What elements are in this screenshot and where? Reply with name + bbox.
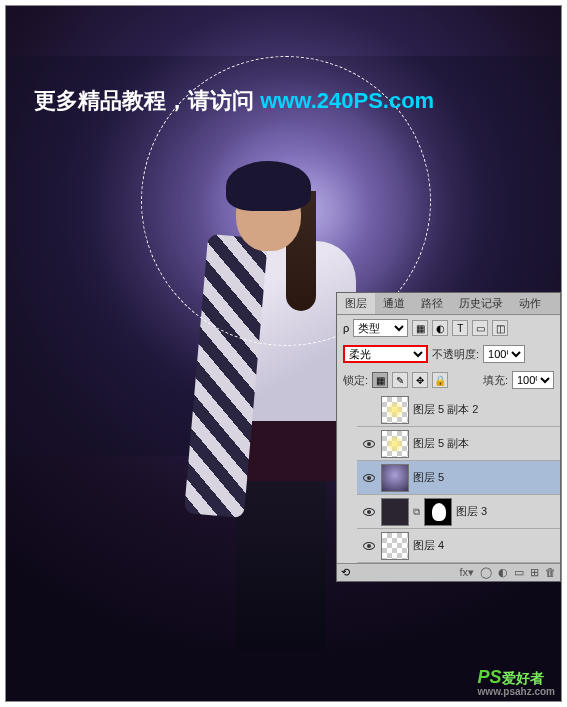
filter-row: ρ 类型 ▦ ◐ T ▭ ◫ xyxy=(337,315,560,341)
visibility-toggle[interactable] xyxy=(361,470,377,486)
watermark-site: www.psahz.com xyxy=(478,686,555,697)
watermark: PS爱好者 www.psahz.com xyxy=(478,667,555,697)
opacity-select[interactable]: 100% xyxy=(483,345,525,363)
tab-channels[interactable]: 通道 xyxy=(375,293,413,314)
tab-layers[interactable]: 图层 xyxy=(337,293,375,314)
layer-row[interactable]: 图层 5 副本 2 xyxy=(357,393,560,427)
filter-shape-icon[interactable]: ▭ xyxy=(472,320,488,336)
banner-url: www.240PS.com xyxy=(260,88,434,113)
layer-name[interactable]: 图层 5 副本 2 xyxy=(413,402,556,417)
mask-thumb xyxy=(424,498,452,526)
lock-row: 锁定: ▦ ✎ ✥ 🔒 填充: 100% xyxy=(337,367,560,393)
filter-adjust-icon[interactable]: ◐ xyxy=(432,320,448,336)
watermark-suffix: 爱好者 xyxy=(502,670,544,686)
layer-list: 图层 5 副本 2 图层 5 副本 图层 5 ⧉ 图层 3 图层 4 xyxy=(337,393,560,563)
layer-name[interactable]: 图层 3 xyxy=(456,504,556,519)
blend-mode-select[interactable]: 柔光 xyxy=(343,345,428,363)
layer-thumb xyxy=(381,464,409,492)
eye-icon xyxy=(363,440,375,448)
lock-label: 锁定: xyxy=(343,373,368,388)
layer-row[interactable]: ⧉ 图层 3 xyxy=(357,495,560,529)
adjustment-icon[interactable]: ◐ xyxy=(498,566,508,579)
filter-select[interactable]: 类型 xyxy=(353,319,408,337)
lock-position-icon[interactable]: ✥ xyxy=(412,372,428,388)
eye-icon xyxy=(363,474,375,482)
link-icon: ⧉ xyxy=(413,506,420,518)
filter-smart-icon[interactable]: ◫ xyxy=(492,320,508,336)
tab-history[interactable]: 历史记录 xyxy=(451,293,511,314)
fill-label: 填充: xyxy=(483,373,508,388)
fx-icon[interactable]: fx▾ xyxy=(459,566,474,579)
lock-all-icon[interactable]: 🔒 xyxy=(432,372,448,388)
layer-row[interactable]: 图层 5 xyxy=(357,461,560,495)
layers-panel: 图层 通道 路径 历史记录 动作 ρ 类型 ▦ ◐ T ▭ ◫ 柔光 不透明度:… xyxy=(336,292,561,582)
lock-transparency-icon[interactable]: ▦ xyxy=(372,372,388,388)
layer-name[interactable]: 图层 4 xyxy=(413,538,556,553)
eye-icon xyxy=(363,508,375,516)
lock-paint-icon[interactable]: ✎ xyxy=(392,372,408,388)
layer-thumb xyxy=(381,396,409,424)
banner-label: 更多精品教程，请访问 xyxy=(34,88,260,113)
filter-image-icon[interactable]: ▦ xyxy=(412,320,428,336)
filter-text-icon[interactable]: T xyxy=(452,320,468,336)
layer-thumb xyxy=(381,532,409,560)
visibility-toggle[interactable] xyxy=(361,504,377,520)
delete-icon[interactable]: 🗑 xyxy=(545,566,556,579)
watermark-brand: PS xyxy=(478,667,502,687)
visibility-toggle[interactable] xyxy=(361,436,377,452)
kind-icon: ρ xyxy=(343,322,349,334)
new-layer-icon[interactable]: ⊞ xyxy=(530,566,539,579)
panel-tabs: 图层 通道 路径 历史记录 动作 xyxy=(337,293,560,315)
tab-actions[interactable]: 动作 xyxy=(511,293,549,314)
layer-name[interactable]: 图层 5 xyxy=(413,470,556,485)
banner-text: 更多精品教程，请访问 www.240PS.com xyxy=(34,86,434,116)
tab-paths[interactable]: 路径 xyxy=(413,293,451,314)
fill-select[interactable]: 100% xyxy=(512,371,554,389)
layer-thumb xyxy=(381,430,409,458)
mask-icon[interactable]: ◯ xyxy=(480,566,492,579)
group-icon[interactable]: ▭ xyxy=(514,566,524,579)
link-layers-icon[interactable]: ⟲ xyxy=(341,566,350,579)
visibility-toggle[interactable] xyxy=(361,402,377,418)
visibility-toggle[interactable] xyxy=(361,538,377,554)
eye-icon xyxy=(363,542,375,550)
layer-row[interactable]: 图层 5 副本 xyxy=(357,427,560,461)
opacity-label: 不透明度: xyxy=(432,347,479,362)
blend-row: 柔光 不透明度: 100% xyxy=(337,341,560,367)
layer-name[interactable]: 图层 5 副本 xyxy=(413,436,556,451)
panel-footer: ⟲ fx▾ ◯ ◐ ▭ ⊞ 🗑 xyxy=(337,563,560,581)
layer-thumb xyxy=(381,498,409,526)
layer-row[interactable]: 图层 4 xyxy=(357,529,560,563)
